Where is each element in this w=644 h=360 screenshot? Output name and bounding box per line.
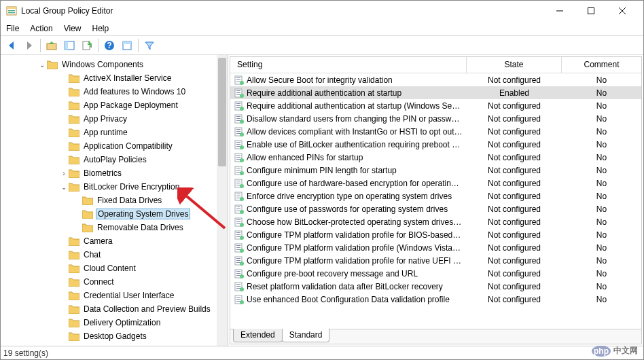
tree-item[interactable]: AutoPlay Policies	[1, 153, 228, 166]
list-row[interactable]: Enable use of BitLocker authentication r…	[230, 138, 641, 151]
policy-icon	[234, 230, 244, 240]
back-button[interactable]	[3, 37, 20, 54]
tab-extended[interactable]: Extended	[233, 329, 283, 342]
list-row[interactable]: Require additional authentication at sta…	[230, 86, 641, 99]
svg-rect-47	[236, 155, 240, 156]
list-row[interactable]: Configure TPM platform validation profil…	[230, 254, 641, 267]
tree-item[interactable]: ActiveX Installer Service	[1, 71, 228, 85]
expand-icon[interactable]: ›	[59, 170, 69, 177]
list-row[interactable]: Configure minimum PIN length for startup…	[230, 164, 641, 177]
list-row[interactable]: Configure pre-boot recovery message and …	[230, 267, 641, 280]
folder-icon	[69, 291, 79, 300]
tree-pane[interactable]: ⌄ Windows Components ActiveX Installer S…	[1, 55, 228, 346]
chevron-down-icon[interactable]: ⌄	[37, 61, 47, 69]
menu-file[interactable]: File	[6, 24, 19, 33]
tab-standard[interactable]: Standard	[282, 329, 330, 342]
forward-button[interactable]	[21, 37, 37, 54]
svg-rect-79	[236, 236, 240, 237]
menu-view[interactable]: View	[64, 24, 82, 33]
svg-rect-52	[236, 168, 240, 168]
list-row[interactable]: Configure use of hardware-based encrypti…	[230, 177, 641, 190]
col-state[interactable]: State	[467, 57, 562, 73]
tree-item[interactable]: ›Desktop Window Manager	[1, 343, 228, 346]
tree-scrollbar[interactable]	[217, 55, 228, 346]
properties-button[interactable]	[119, 37, 135, 54]
tree-item[interactable]: Chat	[1, 248, 228, 262]
setting-name: Configure pre-boot recovery message and …	[247, 269, 418, 278]
svg-point-65	[240, 197, 244, 201]
export-list-button[interactable]	[79, 37, 95, 54]
list-row[interactable]: Use enhanced Boot Configuration Data val…	[230, 293, 641, 306]
svg-rect-98	[236, 286, 240, 287]
tree-item[interactable]: ⌄BitLocker Drive Encryption	[1, 180, 228, 194]
setting-name: Enforce drive encryption type on operati…	[247, 192, 452, 201]
expand-icon[interactable]: ⌄	[59, 183, 69, 191]
svg-rect-64	[236, 198, 240, 198]
list-row[interactable]: Configure use of passwords for operating…	[230, 202, 641, 215]
up-button[interactable]	[43, 37, 60, 54]
folder-icon	[69, 168, 79, 178]
tree-root-row[interactable]: ⌄ Windows Components	[1, 58, 228, 71]
tree-item[interactable]: Add features to Windows 10	[1, 85, 228, 98]
setting-state: Not configured	[467, 256, 562, 266]
minimize-button[interactable]	[544, 1, 575, 21]
list-row[interactable]: Allow Secure Boot for integrity validati…	[230, 73, 641, 86]
list-row[interactable]: Reset platform validation data after Bit…	[230, 280, 641, 293]
setting-comment: No	[562, 101, 641, 111]
tree-item[interactable]: Data Collection and Preview Builds	[1, 302, 228, 316]
setting-comment: No	[562, 75, 641, 85]
col-comment[interactable]: Comment	[562, 57, 641, 73]
tree-item[interactable]: Operating System Drives	[1, 207, 228, 221]
policy-icon	[234, 101, 244, 111]
list-row[interactable]: Allow enhanced PINs for startupNot confi…	[230, 151, 641, 164]
folder-icon	[69, 101, 79, 110]
setting-state: Not configured	[467, 140, 562, 149]
help-button[interactable]: ?	[101, 37, 118, 54]
list-row[interactable]: Enforce drive encryption type on operati…	[230, 190, 641, 202]
folder-icon	[69, 155, 79, 164]
close-button[interactable]	[607, 1, 638, 21]
list-row[interactable]: Choose how BitLocker-protected operating…	[230, 215, 641, 228]
setting-name: Enable use of BitLocker authentication r…	[247, 140, 463, 149]
list-row[interactable]: Require additional authentication at sta…	[230, 99, 641, 112]
folder-icon	[69, 304, 79, 314]
svg-rect-83	[236, 247, 240, 248]
setting-name: Configure TPM platform validation profil…	[247, 256, 463, 266]
tree-item-label: App runtime	[82, 128, 129, 137]
app-icon	[6, 5, 17, 16]
svg-rect-32	[236, 116, 240, 117]
tree-item[interactable]: ›Biometrics	[1, 166, 228, 180]
list-row[interactable]: Configure TPM platform validation profil…	[230, 241, 641, 254]
maximize-button[interactable]	[575, 1, 607, 21]
setting-name: Require additional authentication at sta…	[247, 101, 463, 111]
tree-item[interactable]: Connect	[1, 275, 228, 289]
svg-rect-103	[236, 299, 240, 300]
tree-item[interactable]: Delivery Optimization	[1, 316, 228, 329]
policy-icon	[234, 75, 244, 85]
list-body[interactable]: Allow Secure Boot for integrity validati…	[230, 73, 641, 329]
toolbar: ?	[1, 36, 643, 55]
filter-button[interactable]	[141, 37, 158, 54]
tree-item[interactable]: Fixed Data Drives	[1, 194, 228, 207]
menu-action[interactable]: Action	[30, 24, 52, 33]
tree-item[interactable]: Removable Data Drives	[1, 221, 228, 234]
tree-item[interactable]: Application Compatibility	[1, 139, 228, 153]
list-row[interactable]: Configure TPM platform validation profil…	[230, 228, 641, 241]
svg-rect-43	[236, 144, 240, 145]
setting-comment: No	[562, 153, 641, 162]
tree-item[interactable]: Desktop Gadgets	[1, 329, 228, 343]
menu-help[interactable]: Help	[92, 24, 109, 33]
list-row[interactable]: Disallow standard users from changing th…	[230, 112, 641, 125]
col-setting[interactable]: Setting	[230, 57, 467, 73]
tree-item[interactable]: App Package Deployment	[1, 98, 228, 112]
tree-item[interactable]: Camera	[1, 234, 228, 248]
svg-rect-34	[236, 120, 240, 121]
tree-item[interactable]: App Privacy	[1, 112, 228, 126]
tree-item[interactable]: Credential User Interface	[1, 289, 228, 302]
list-row[interactable]: Allow devices compliant with InstantGo o…	[230, 125, 641, 138]
setting-comment: No	[562, 88, 641, 98]
tree-item[interactable]: Cloud Content	[1, 262, 228, 275]
setting-state: Not configured	[467, 243, 562, 253]
tree-item[interactable]: App runtime	[1, 126, 228, 139]
show-hide-tree-button[interactable]	[61, 37, 77, 54]
